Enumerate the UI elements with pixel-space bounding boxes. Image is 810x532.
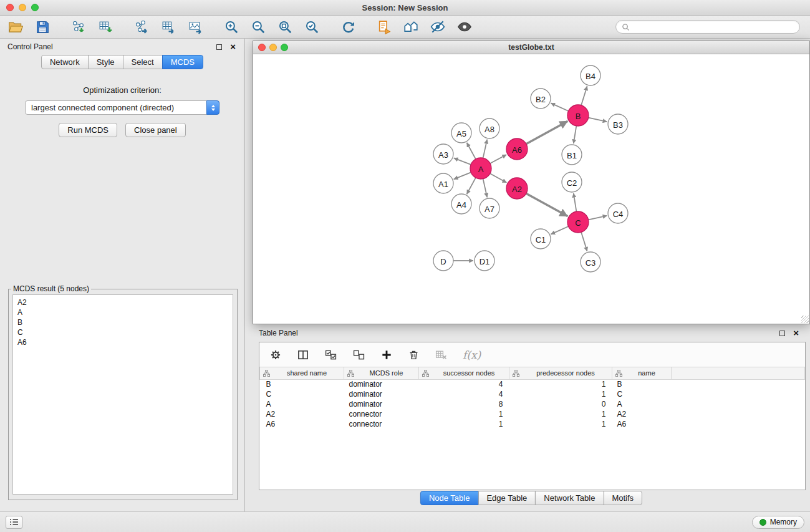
search-input[interactable] [633, 22, 794, 31]
cell-shared-name[interactable]: C [260, 389, 344, 399]
edge-C-C1[interactable] [551, 226, 568, 235]
function-builder-button[interactable]: f(x) [463, 349, 481, 361]
cell-name[interactable]: B [612, 379, 672, 389]
network-canvas[interactable]: AA1A2A3A4A5A6A7A8BB1B2B3B4CC1C2C3C4DD1 [253, 54, 809, 324]
cell-shared-name[interactable]: B [260, 379, 344, 389]
node-C4[interactable]: C4 [608, 203, 628, 223]
run-mcds-button[interactable]: Run MCDS [59, 123, 117, 137]
show-columns-button[interactable] [297, 349, 309, 361]
column-header-name[interactable]: name [612, 367, 672, 379]
cell-predecessor-nodes[interactable]: 0 [509, 399, 612, 409]
open-file-button[interactable] [6, 17, 25, 36]
table-tab-motifs[interactable]: Motifs [603, 491, 642, 505]
node-A1[interactable]: A1 [433, 173, 453, 193]
show-graphics-details-button[interactable] [428, 17, 447, 36]
edge-A-A5[interactable] [467, 143, 476, 159]
close-window-button[interactable] [6, 4, 14, 11]
delete-table-button[interactable] [435, 349, 448, 361]
cell-mcds-role[interactable]: dominator [344, 379, 419, 389]
node-A7[interactable]: A7 [480, 198, 499, 218]
cell-shared-name[interactable]: A6 [260, 419, 344, 429]
float-panel-icon[interactable] [216, 44, 222, 50]
table-tab-edge-table[interactable]: Edge Table [478, 491, 536, 505]
zoom-window-button[interactable] [31, 4, 39, 11]
node-A6[interactable]: A6 [506, 138, 528, 160]
cell-predecessor-nodes[interactable]: 1 [509, 379, 612, 389]
table-settings-button[interactable] [269, 349, 282, 361]
network-minimize-button[interactable] [269, 44, 277, 51]
node-B2[interactable]: B2 [531, 89, 551, 109]
edge-A-A4[interactable] [467, 178, 476, 194]
column-header-mcds-role[interactable]: MCDS role [344, 367, 419, 379]
node-B[interactable]: B [567, 105, 589, 126]
memory-button[interactable]: Memory [752, 516, 804, 529]
cell-name[interactable]: A [612, 399, 672, 409]
node-A2[interactable]: A2 [506, 178, 528, 199]
cell-shared-name[interactable]: A2 [260, 409, 344, 419]
edge-A6-B[interactable] [526, 121, 568, 144]
cell-successor-nodes[interactable]: 1 [419, 409, 509, 419]
first-neighbors-button[interactable] [375, 17, 393, 36]
cell-mcds-role[interactable]: dominator [344, 399, 419, 409]
column-header-shared-name[interactable]: shared name [260, 367, 344, 379]
tab-select[interactable]: Select [123, 55, 163, 69]
column-header-predecessor-nodes[interactable]: predecessor nodes [509, 367, 612, 379]
node-A3[interactable]: A3 [433, 144, 453, 164]
node-C[interactable]: C [567, 211, 589, 233]
mcds-result-list[interactable]: A2ABCA6 [12, 294, 233, 495]
cell-successor-nodes[interactable]: 4 [419, 389, 509, 399]
save-session-button[interactable] [33, 17, 52, 36]
node-D1[interactable]: D1 [475, 251, 494, 271]
show-panels-button[interactable] [6, 516, 22, 529]
node-C2[interactable]: C2 [562, 172, 582, 192]
cell-predecessor-nodes[interactable]: 1 [509, 389, 612, 399]
close-panel-icon[interactable]: × [230, 44, 236, 50]
refresh-button[interactable] [339, 17, 357, 36]
import-network-button[interactable] [69, 17, 88, 36]
cell-shared-name[interactable]: A [260, 399, 344, 409]
cell-name[interactable]: A6 [612, 419, 672, 429]
mcds-result-item[interactable]: C [17, 327, 228, 337]
close-panel-button[interactable]: Close panel [125, 123, 186, 137]
table-row[interactable]: Cdominator41C [260, 389, 805, 399]
table-tab-node-table[interactable]: Node Table [420, 491, 479, 505]
node-A5[interactable]: A5 [451, 123, 471, 143]
unselect-all-button[interactable] [352, 349, 365, 361]
home-button[interactable] [402, 17, 420, 36]
cell-mcds-role[interactable]: connector [344, 419, 419, 429]
zoom-fit-button[interactable] [276, 17, 294, 36]
edge-B-B2[interactable] [551, 103, 568, 111]
select-all-button[interactable] [324, 349, 337, 361]
node-C1[interactable]: C1 [531, 229, 551, 249]
cell-name[interactable]: A2 [612, 409, 672, 419]
edge-A-A3[interactable] [454, 158, 471, 165]
cell-predecessor-nodes[interactable]: 1 [509, 419, 612, 429]
node-A4[interactable]: A4 [451, 194, 471, 214]
network-close-button[interactable] [258, 44, 266, 51]
float-table-panel-icon[interactable] [779, 331, 785, 336]
node-B3[interactable]: B3 [608, 114, 628, 134]
export-network-button[interactable] [132, 17, 151, 36]
birds-eye-view-button[interactable] [455, 17, 474, 36]
table-row[interactable]: Adominator80A [260, 399, 805, 409]
edge-A-A2[interactable] [490, 173, 507, 183]
add-column-button[interactable] [380, 349, 393, 361]
edge-A-A1[interactable] [454, 172, 471, 179]
node-D[interactable]: D [433, 251, 453, 271]
edge-C-C2[interactable] [574, 193, 577, 211]
import-table-button[interactable] [96, 17, 115, 36]
node-B1[interactable]: B1 [562, 145, 582, 165]
edge-B-B1[interactable] [574, 126, 577, 143]
edge-B-B4[interactable] [581, 86, 587, 105]
export-image-button[interactable] [186, 17, 205, 36]
column-header-successor-nodes[interactable]: successor nodes [419, 367, 509, 379]
table-row[interactable]: Bdominator41B [260, 379, 805, 389]
close-table-panel-icon[interactable]: × [793, 330, 799, 336]
mcds-result-item[interactable]: A6 [17, 337, 228, 347]
edge-A-A7[interactable] [483, 179, 488, 198]
cell-predecessor-nodes[interactable]: 1 [509, 409, 612, 419]
delete-column-button[interactable] [408, 349, 420, 361]
edge-A-A6[interactable] [490, 155, 506, 163]
tab-mcds[interactable]: MCDS [162, 55, 203, 69]
node-A[interactable]: A [470, 158, 491, 179]
